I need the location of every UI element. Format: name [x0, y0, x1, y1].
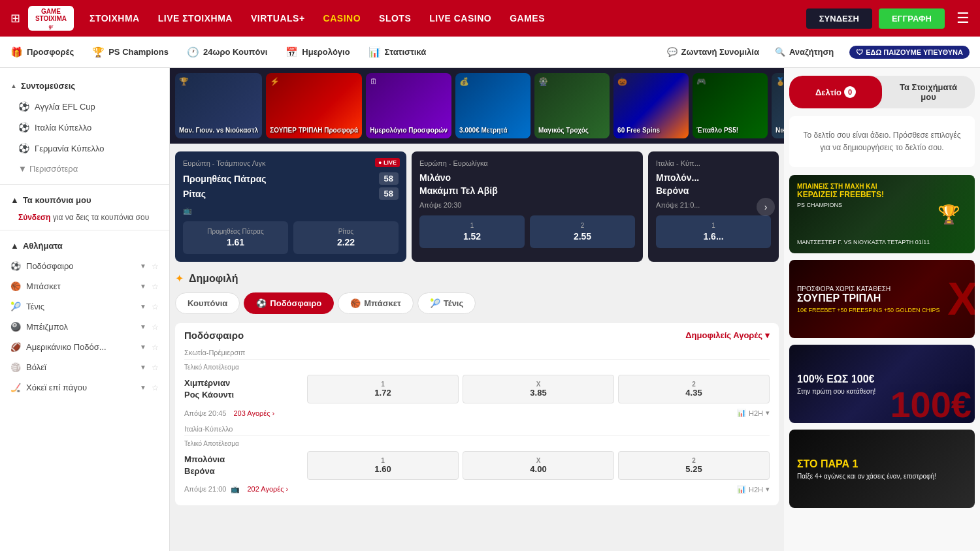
odd-match1-2[interactable]: 2 4.35 [618, 375, 770, 403]
nav-statistics[interactable]: 📊 Στατιστικά [368, 46, 427, 58]
odd-btn-2-1[interactable]: 1 1.52 [419, 215, 525, 248]
odd-match1-1[interactable]: 1 1.72 [307, 375, 459, 403]
calendar-icon: 📅 [286, 46, 298, 58]
odd-btn-3-1[interactable]: 1 1.6... [656, 215, 771, 248]
promo-card-ps-champions[interactable]: ΜΠΑΙΝΕΙΣ ΣΤΗ ΜΑΧΗ ΚΑΙ ΚΕΡΔΙΖΕΙΣ FREEBETS… [789, 175, 975, 253]
nav-casino[interactable]: CASINO [323, 13, 361, 24]
promo-card-deposit[interactable]: 100% ΕΩΣ 100€ Στην πρώτη σου κατάθεση! 1… [789, 345, 975, 423]
odd-match2-x[interactable]: X 4.00 [463, 451, 614, 480]
odd-match2-2[interactable]: 2 5.25 [618, 451, 770, 480]
odd-btn-1-1[interactable]: Προμηθέας Πάτρας 1.61 [183, 221, 288, 254]
odd-btn-1-2[interactable]: Ρίτας 2.22 [293, 221, 399, 254]
nav-calendar[interactable]: 📅 Ημερολόγιο [286, 46, 350, 58]
sidebar-more-shortcuts[interactable]: ▼ Περισσότερα [0, 159, 169, 179]
nav-virtuals[interactable]: VIRTUALS+ [251, 13, 305, 24]
promo-card-triple[interactable]: ΠΡΟΣΦΟΡΑ ΧΩΡΙΣ ΚΑΤΑΘΕΣΗ ΣΟΥΠΕΡ ΤΡΙΠΛΗ 10… [789, 260, 975, 338]
star-tennis[interactable]: ☆ [152, 302, 159, 311]
sidebar-item-italy-cup[interactable]: ⚽ Ιταλία Κύπελλο [0, 117, 169, 138]
nav-games[interactable]: GAMES [510, 13, 545, 24]
signin-link[interactable]: Σύνδεση [18, 213, 50, 222]
odd-match2-1[interactable]: 1 1.60 [307, 451, 459, 480]
sidebar-item-england-efl[interactable]: ⚽ Αγγλία EFL Cup [0, 96, 169, 117]
banner-cash-prize[interactable]: 💰 3.000€ Μετρητά [455, 73, 531, 138]
star-baseball[interactable]: ☆ [152, 323, 159, 332]
sport-baseball[interactable]: 🎱 Μπέιζμπολ ▼ ☆ [0, 317, 169, 337]
register-button[interactable]: ΕΓΓΡΑΦΗ [879, 8, 945, 29]
tab-coupons[interactable]: Κουπόνια [175, 292, 240, 314]
sports-header[interactable]: ▲ Αθλήματα [0, 236, 169, 256]
sport-basketball[interactable]: 🏀 Μπάσκετ ▼ ☆ [0, 276, 169, 296]
h2h-button-2[interactable]: 📊 H2H ▾ [737, 485, 770, 494]
star-amfootball[interactable]: ☆ [152, 343, 159, 352]
featured-league-1: Ευρώπη - Τσάμπιονς Λιγκ [183, 159, 399, 167]
nav-ps-champions[interactable]: 🏆 PS Champions [92, 46, 169, 58]
sport-tennis[interactable]: 🎾 Τένις ▼ ☆ [0, 296, 169, 317]
tab-basketball[interactable]: 🏀 Μπάσκετ [338, 292, 414, 314]
chart-icon-2: 📊 [737, 485, 746, 494]
featured-odds-1: Προμηθέας Πάτρας 1.61 Ρίτας 2.22 [183, 221, 399, 254]
chevron-down-basketball: ▼ [140, 283, 146, 290]
promo-card-para1[interactable]: ΣΤΟ ΠΑΡΑ 1 Παίξε 4+ αγώνες και αν χάσεις… [789, 430, 975, 508]
login-button[interactable]: ΣΥΝΔΕΣΗ [806, 8, 872, 29]
football-icon-1: ⚽ [18, 101, 29, 112]
odd-btn-2-2[interactable]: 2 2.55 [530, 215, 635, 248]
odd-match1-x[interactable]: X 3.85 [463, 375, 614, 403]
featured-next-button[interactable]: › [757, 198, 775, 216]
main-layout: ▲ Συντομεύσεις ⚽ Αγγλία EFL Cup ⚽ Ιταλία… [0, 68, 980, 551]
chevron-up-icon: ▲ [10, 82, 17, 89]
banner-calendar-offers[interactable]: 🗓 Ημερολόγιο Προσφορών [366, 73, 451, 138]
star-basketball[interactable]: ☆ [152, 282, 159, 291]
result-label-2: Τελικό Αποτέλεσμα [184, 440, 770, 447]
chevron-up-icon-sports: ▲ [10, 241, 19, 251]
nav-stats-label: Στατιστικά [385, 47, 427, 57]
sport-american-football[interactable]: 🏈 Αμερικάνικο Ποδόσ... ▼ ☆ [0, 337, 169, 357]
popular-markets-button[interactable]: Δημοφιλείς Αγορές ▾ [685, 330, 770, 340]
banner-ps-champions[interactable]: 🏆 Μαν. Γιουν. vs Νιούκαστλ [175, 73, 262, 138]
star-hockey[interactable]: ☆ [152, 383, 159, 392]
responsible-gaming-badge[interactable]: 🛡 ΕΔΩ ΠΑΙΖΟΥΜΕ ΥΠΕΥΘΥΝΑ [849, 46, 970, 59]
banner-free-spins[interactable]: 🎃 60 Free Spins [613, 73, 689, 138]
stats-icon: 📊 [368, 46, 381, 58]
h2h-button-1[interactable]: 📊 H2H ▾ [737, 409, 770, 417]
star-football[interactable]: ☆ [152, 262, 159, 271]
markets-link-2[interactable]: 202 Αγορές › [248, 485, 289, 493]
tab-basketball-label: Μπάσκετ [364, 298, 401, 308]
site-logo[interactable]: GAMESTOIXIMAgr [28, 6, 74, 31]
betslip-count-badge: 0 [844, 86, 856, 98]
nav-offers[interactable]: 🎁 Προσφορές [10, 46, 74, 58]
nav-slots[interactable]: SLOTS [379, 13, 411, 24]
search-button[interactable]: 🔍 Αναζήτηση [775, 47, 834, 57]
chart-icon-1: 📊 [737, 409, 746, 417]
star-volleyball[interactable]: ☆ [152, 363, 159, 372]
sports-label: Αθλήματα [23, 241, 63, 251]
nav-24coupon[interactable]: 🕐 24ωρο Κουπόνι [187, 46, 267, 58]
banner-week-winner[interactable]: 🏅 Νικητής Εβδομάδας [772, 73, 784, 138]
tab-tennis[interactable]: 🎾 Τένις [417, 292, 476, 314]
sport-hockey[interactable]: 🏒 Χόκεϊ επί πάγου ▼ ☆ [0, 377, 169, 398]
nav-right-buttons: ΣΥΝΔΕΣΗ ΕΓΓΡΑΦΗ ☰ [806, 8, 970, 29]
betslip-tab-delta[interactable]: Δελτίο 0 [789, 76, 882, 108]
hamburger-icon[interactable]: ☰ [956, 10, 970, 27]
sport-volleyball[interactable]: 🏐 Βόλεϊ ▼ ☆ [0, 357, 169, 377]
banner-super-triple[interactable]: ⚡ ΣΟΥΠΕΡ ΤΡΙΠΛΗ Προσφορά [266, 73, 362, 138]
sidebar-item-germany-cup[interactable]: ⚽ Γερμανία Κύπελλο [0, 138, 169, 159]
shortcuts-header[interactable]: ▲ Συντομεύσεις [0, 76, 169, 96]
banner-ps5-prize[interactable]: 🎮 Έπαθλο PS5! [693, 73, 768, 138]
live-chat-button[interactable]: 💬 Ζωντανή Συνομιλία [667, 47, 759, 57]
sidebar-divider-1 [0, 184, 169, 185]
chevron-down-volleyball: ▼ [140, 364, 146, 371]
featured-score1: 58 [379, 172, 399, 185]
grid-icon[interactable]: ⊞ [10, 11, 20, 25]
nav-live-casino[interactable]: LIVE CASINO [429, 13, 491, 24]
banner-magic-wheel[interactable]: 🎡 Μαγικός Τροχός [534, 73, 610, 138]
sport-football[interactable]: ⚽ Ποδόσφαιρο ▼ ☆ [0, 256, 169, 276]
nav-stoixima[interactable]: ΣΤΟΙΧΗΜΑ [90, 13, 140, 24]
my-coupons-header[interactable]: ▲ Τα κουπόνια μου [0, 190, 169, 210]
nav-live-stoixima[interactable]: LIVE ΣΤΟΙΧΗΜΑ [158, 13, 233, 24]
match-team2-2: Βερόνα [184, 465, 302, 477]
popular-header: ✦ Δημοφιλή [175, 272, 779, 285]
tab-football[interactable]: ⚽ Ποδόσφαιρο [244, 292, 334, 314]
tennis-sport-icon: 🎾 [10, 302, 21, 311]
markets-link-1[interactable]: 203 Αγορές › [233, 409, 274, 417]
betslip-tab-my-bets[interactable]: Τα Στοιχήματά μου [882, 76, 975, 108]
